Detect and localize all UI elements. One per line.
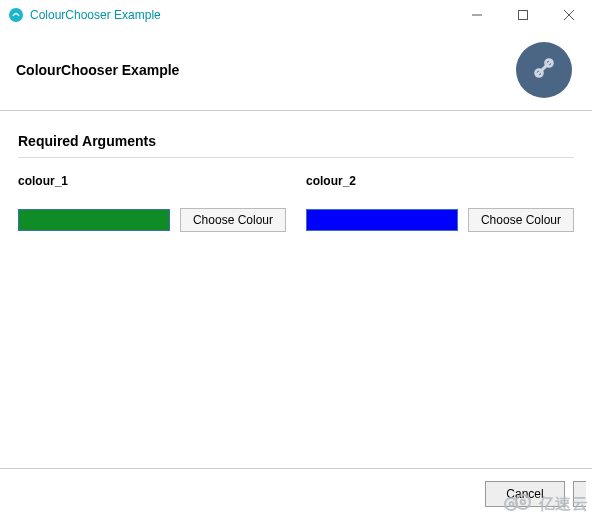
titlebar-left: ColourChooser Example <box>8 7 161 23</box>
window-title: ColourChooser Example <box>30 8 161 22</box>
settings-wrench-icon <box>529 53 559 87</box>
svg-rect-2 <box>519 11 528 20</box>
fields-row: colour_1 Choose Colour colour_2 Choose C… <box>18 174 574 232</box>
label-colour-2: colour_2 <box>306 174 574 188</box>
field-colour-2: colour_2 Choose Colour <box>306 174 574 232</box>
section-divider <box>18 157 574 158</box>
label-colour-1: colour_1 <box>18 174 286 188</box>
content-area: Required Arguments colour_1 Choose Colou… <box>0 111 592 254</box>
svg-point-0 <box>9 8 23 22</box>
field-colour-1: colour_1 Choose Colour <box>18 174 286 232</box>
picker-colour-2: Choose Colour <box>306 208 574 232</box>
section-title: Required Arguments <box>18 133 574 149</box>
picker-colour-1: Choose Colour <box>18 208 286 232</box>
footer: Cancel <box>0 468 592 518</box>
window-controls <box>454 0 592 30</box>
choose-colour-1-button[interactable]: Choose Colour <box>180 208 286 232</box>
cancel-button[interactable]: Cancel <box>485 481 565 507</box>
header: ColourChooser Example <box>0 30 592 98</box>
choose-colour-2-button[interactable]: Choose Colour <box>468 208 574 232</box>
page-title: ColourChooser Example <box>16 62 179 78</box>
swatch-colour-2[interactable] <box>306 209 458 231</box>
maximize-button[interactable] <box>500 0 546 30</box>
start-button-peek[interactable] <box>573 481 586 507</box>
minimize-button[interactable] <box>454 0 500 30</box>
settings-button[interactable] <box>516 42 572 98</box>
close-button[interactable] <box>546 0 592 30</box>
swatch-colour-1[interactable] <box>18 209 170 231</box>
titlebar: ColourChooser Example <box>0 0 592 30</box>
app-icon <box>8 7 24 23</box>
